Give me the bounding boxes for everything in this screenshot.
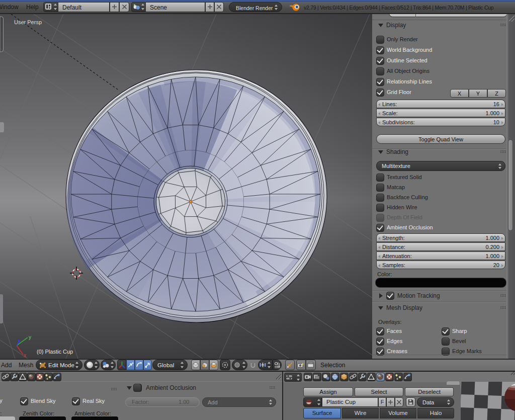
svg-text:User Persp: User Persp	[14, 19, 42, 25]
svg-text:(0) Plastic Cup: (0) Plastic Cup	[37, 349, 73, 355]
svg-text:y: y	[29, 334, 31, 340]
svg-text:x: x	[24, 353, 26, 358]
